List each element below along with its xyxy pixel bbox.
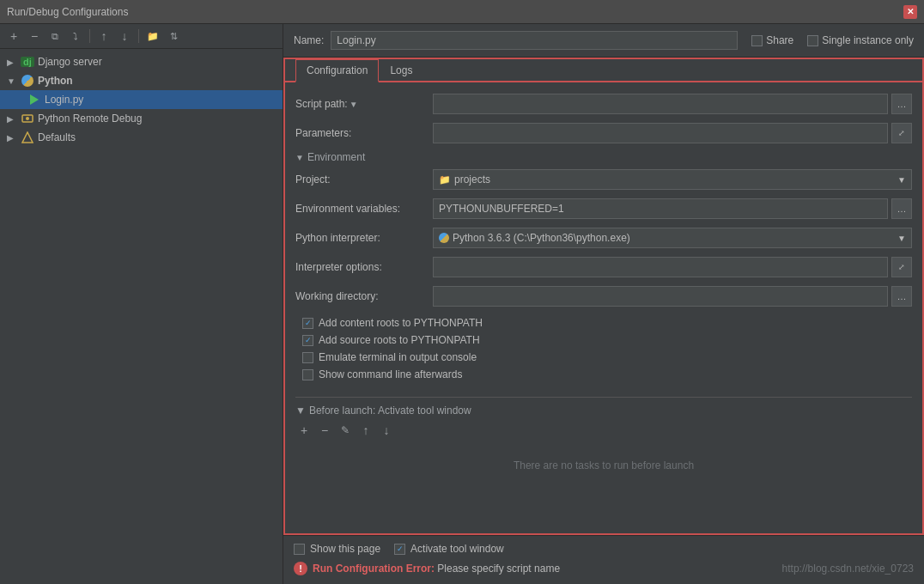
cb-content-roots[interactable] <box>302 318 313 329</box>
error-text: Run Configuration Error: Please specify … <box>313 563 560 575</box>
activate-tool-window-row: Activate tool window <box>394 543 504 555</box>
bl-add-button[interactable]: + <box>295 422 313 439</box>
sidebar-item-defaults[interactable]: ▶ Defaults <box>0 128 283 147</box>
defaults-icon <box>21 131 34 144</box>
share-checkbox[interactable] <box>751 35 763 46</box>
move-into-button[interactable]: ⤵ <box>67 27 84 45</box>
tab-logs[interactable]: Logs <box>379 59 423 82</box>
env-vars-browse-button[interactable]: … <box>891 198 912 219</box>
show-page-row: Show this page <box>294 543 380 555</box>
error-icon: ! <box>294 562 307 575</box>
cb-content-roots-label: Add content roots to PYTHONPATH <box>319 317 483 329</box>
cb-show-cmdline-row: Show command line afterwards <box>295 366 912 383</box>
sidebar-toolbar: + − ⧉ ⤵ ↑ ↓ 📁 ⇅ <box>0 24 283 49</box>
bl-edit-button[interactable]: ✎ <box>337 422 354 439</box>
sidebar-item-python-label: Python <box>38 75 73 87</box>
env-vars-input[interactable] <box>433 198 888 219</box>
parameters-control: ⤢ <box>433 123 912 143</box>
interpreter-row: Python interpreter: Python 3.6.3 (C:\Pyt… <box>295 227 912 249</box>
sidebar-item-django[interactable]: ▶ dj Django server <box>0 52 283 71</box>
interpreter-options-control: ⤢ <box>433 257 912 277</box>
window-title: Run/Debug Configurations <box>7 6 903 18</box>
close-button[interactable]: ✕ <box>903 5 917 19</box>
single-instance-checkbox[interactable] <box>807 35 818 46</box>
sidebar-item-remote-debug[interactable]: ▶ Python Remote Debug <box>0 109 283 128</box>
activate-tool-window-label: Activate tool window <box>410 543 504 555</box>
env-vars-label: Environment variables: <box>295 203 433 215</box>
before-launch-header[interactable]: ▼ Before launch: Activate tool window <box>295 405 912 417</box>
bl-move-down-button[interactable]: ↓ <box>378 422 395 439</box>
sort-button[interactable]: ⇅ <box>165 27 182 45</box>
move-up-button[interactable]: ↑ <box>95 27 112 45</box>
run-icon <box>27 93 41 106</box>
move-down-button[interactable]: ↓ <box>116 27 133 45</box>
interpreter-options-label: Interpreter options: <box>295 261 433 273</box>
script-path-row: Script path: ▼ … <box>295 93 912 115</box>
sidebar-item-loginpy-label: Login.py <box>45 94 83 106</box>
parameters-input[interactable] <box>433 123 888 143</box>
working-dir-label: Working directory: <box>295 290 433 302</box>
tab-configuration[interactable]: Configuration <box>295 59 379 82</box>
cb-source-roots-row: Add source roots to PYTHONPATH <box>295 332 912 349</box>
toolbar-separator <box>89 29 90 43</box>
working-dir-row: Working directory: … <box>295 285 912 307</box>
cb-content-roots-row: Add content roots to PYTHONPATH <box>295 314 912 332</box>
right-panel: Name: Share Single instance only Configu… <box>283 24 924 584</box>
parameters-expand-button[interactable]: ⤢ <box>891 123 912 143</box>
python-icon <box>21 74 34 88</box>
config-header: Name: Share Single instance only <box>283 24 924 58</box>
interpreter-options-expand-button[interactable]: ⤢ <box>891 257 912 277</box>
interpreter-dropdown-arrow: ▼ <box>897 234 906 243</box>
bl-remove-button[interactable]: − <box>316 422 333 439</box>
remote-debug-icon <box>21 112 34 125</box>
project-value: projects <box>454 173 490 186</box>
working-dir-browse-button[interactable]: … <box>891 286 912 307</box>
csdn-url: http://blog.csdn.net/xie_0723 <box>782 563 914 575</box>
before-launch-arrow: ▼ <box>295 405 306 417</box>
project-control: 📁 projects ▼ <box>433 169 912 190</box>
env-vars-row: Environment variables: … <box>295 198 912 220</box>
environment-section-header[interactable]: ▼ Environment <box>295 151 912 163</box>
single-instance-area: Single instance only <box>807 34 914 46</box>
cb-source-roots-label: Add source roots to PYTHONPATH <box>319 334 480 346</box>
cb-emulate-terminal-row: Emulate terminal in output console <box>295 349 912 366</box>
script-path-browse-button[interactable]: … <box>891 94 912 114</box>
no-tasks-message: There are no tasks to run before launch <box>295 446 912 485</box>
error-bar: ! Run Configuration Error: Please specif… <box>294 560 914 577</box>
activate-tool-window-checkbox[interactable] <box>394 544 405 555</box>
copy-config-button[interactable]: ⧉ <box>46 27 64 45</box>
script-path-control: … <box>433 94 912 114</box>
cb-emulate-terminal[interactable] <box>302 352 313 363</box>
script-path-input[interactable] <box>433 94 888 114</box>
interpreter-control: Python 3.6.3 (C:\Python36\python.exe) ▼ <box>433 228 912 248</box>
add-config-button[interactable]: + <box>5 27 22 45</box>
script-path-dropdown-arrow[interactable]: ▼ <box>350 100 358 109</box>
svg-point-2 <box>26 117 29 120</box>
cb-source-roots[interactable] <box>302 335 313 346</box>
sidebar-item-python[interactable]: ▼ Python <box>0 71 283 90</box>
script-path-label: Script path: <box>295 98 348 110</box>
name-label: Name: <box>294 34 324 46</box>
django-icon: dj <box>21 55 34 69</box>
before-launch-section: ▼ Before launch: Activate tool window + … <box>295 397 912 485</box>
project-select[interactable]: 📁 projects ▼ <box>433 169 912 190</box>
working-dir-control: … <box>433 286 912 307</box>
share-area: Share <box>751 34 793 46</box>
parameters-row: Parameters: ⤢ <box>295 122 912 144</box>
remove-config-button[interactable]: − <box>26 27 43 45</box>
working-dir-input[interactable] <box>433 286 888 307</box>
tree-arrow-remote: ▶ <box>7 114 17 124</box>
interpreter-select[interactable]: Python 3.6.3 (C:\Python36\python.exe) ▼ <box>433 228 912 248</box>
config-name-input[interactable] <box>331 31 738 50</box>
sidebar-item-loginpy[interactable]: Login.py <box>0 90 283 109</box>
show-page-label: Show this page <box>310 543 380 555</box>
single-instance-label: Single instance only <box>822 34 914 46</box>
interpreter-options-input[interactable] <box>433 257 888 277</box>
show-page-checkbox[interactable] <box>294 544 305 555</box>
bl-move-up-button[interactable]: ↑ <box>357 422 374 439</box>
configuration-content: Script path: ▼ … Parameters: ⤢ <box>285 82 922 533</box>
cb-show-cmdline-label: Show command line afterwards <box>319 368 462 380</box>
cb-show-cmdline[interactable] <box>302 369 313 380</box>
env-vars-control: … <box>433 198 912 219</box>
folder-button[interactable]: 📁 <box>144 27 161 45</box>
